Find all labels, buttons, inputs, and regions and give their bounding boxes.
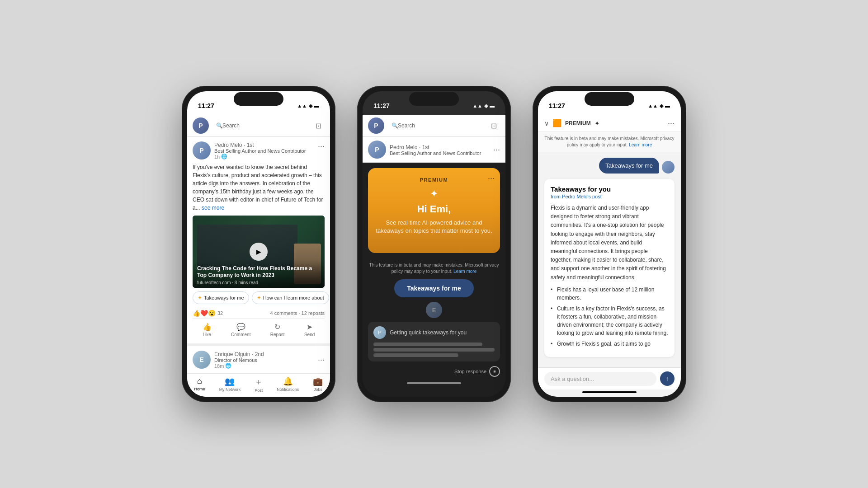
takeaways-button[interactable]: ✦ Takeaways for me xyxy=(193,291,249,304)
globe-icon-2: 🌐 xyxy=(225,363,231,369)
nav-home[interactable]: ⌂ Home xyxy=(194,376,205,393)
like-button[interactable]: 👍 Like xyxy=(203,323,212,337)
user-message-bubble: Takeaways for me xyxy=(544,158,675,174)
post2-more-button[interactable]: ··· xyxy=(318,355,325,365)
premium-label: PREMIUM xyxy=(375,177,493,183)
search-icon: 🔍 xyxy=(216,122,223,129)
p2-search-wrapper[interactable]: 🔍 Search xyxy=(388,122,484,129)
post2-author-name: Enrique Olguin · 2nd xyxy=(214,351,314,357)
premium-more-button[interactable]: ··· xyxy=(488,174,495,183)
messages-icon[interactable]: ⊡ xyxy=(312,119,325,132)
dynamic-island-3 xyxy=(585,92,634,106)
phone-2-screen: 11:27 ▲▲ ◈ ▬ P 🔍 Search ⊡ P xyxy=(363,91,505,397)
signal-icon-2: ▲▲ xyxy=(472,103,482,108)
signal-icon: ▲▲ xyxy=(297,103,307,108)
battery-icon-3: ▬ xyxy=(665,103,670,108)
phone-2: 11:27 ▲▲ ◈ ▬ P 🔍 Search ⊡ P xyxy=(357,86,511,402)
nav-network[interactable]: 👥 My Network xyxy=(219,376,241,393)
post-time: 1h 🌐 xyxy=(214,154,314,160)
notifications-icon: 🔔 xyxy=(283,376,293,386)
comment-label: Comment xyxy=(231,332,250,337)
sparkle-icon-1: ✦ xyxy=(198,295,202,301)
phone-3: 11:27 ▲▲ ◈ ▬ ∨ 🟧 PREMIUM ✦ ··· This fea xyxy=(533,86,686,402)
reaction-count: 32 xyxy=(217,310,223,316)
comment-button[interactable]: 💬 Comment xyxy=(231,323,250,337)
p3-sparkle-icon: ✦ xyxy=(594,120,600,127)
send-label: Send xyxy=(304,332,315,337)
p2-author-title: Best Selling Author and News Contributor xyxy=(390,150,490,156)
p2-search-icon: 🔍 xyxy=(392,122,398,129)
battery-icon: ▬ xyxy=(314,103,319,108)
p2-user-avatar[interactable]: P xyxy=(368,117,384,134)
ask-question-input[interactable]: Ask a question... xyxy=(544,372,656,386)
learn-more-label: How can I learn more about xyxy=(263,295,324,300)
response-avatar: P xyxy=(373,326,386,339)
phones-container: 11:27 ▲▲ ◈ ▬ P 🔍 Search ⊡ P xyxy=(182,86,686,402)
search-wrapper[interactable]: 🔍 Search xyxy=(212,122,308,129)
response-source: from Pedro Melo's post xyxy=(551,194,668,199)
phone-3-screen: 11:27 ▲▲ ◈ ▬ ∨ 🟧 PREMIUM ✦ ··· This fea xyxy=(538,91,681,397)
ai-response-card: Takeaways for you from Pedro Melo's post… xyxy=(544,179,675,357)
post-author-avatar: P xyxy=(193,141,211,160)
post-author-info: Pedro Melo · 1st Best Selling Author and… xyxy=(214,141,314,160)
nav-jobs[interactable]: 💼 Jobs xyxy=(313,376,323,393)
phone-1-screen: 11:27 ▲▲ ◈ ▬ P 🔍 Search ⊡ P xyxy=(187,91,330,397)
response-header: P Getting quick takeaways for you xyxy=(373,326,495,339)
loading-bars xyxy=(373,343,495,357)
wifi-icon-3: ◈ xyxy=(660,103,663,109)
status-icons-1: ▲▲ ◈ ▬ xyxy=(297,103,319,109)
dynamic-island-1 xyxy=(234,92,283,106)
repost-button[interactable]: ↻ Repost xyxy=(270,323,285,337)
reaction-emojis: 👍❤️😮 xyxy=(193,310,216,317)
signal-icon-3: ▲▲ xyxy=(648,103,658,108)
modal-learn-more-link[interactable]: Learn more xyxy=(453,269,476,274)
bottom-nav: ⌂ Home 👥 My Network ＋ Post 🔔 Notificatio… xyxy=(187,373,330,397)
status-time-1: 11:27 xyxy=(198,102,214,109)
p2-post-more[interactable]: ··· xyxy=(493,145,500,155)
p3-disclaimer: This feature is in beta and may make mis… xyxy=(538,132,681,152)
post2-avatar: E xyxy=(193,351,211,369)
play-button[interactable]: ▶ xyxy=(250,243,268,261)
modal-takeaway-btn[interactable]: Takeaways for me xyxy=(394,279,474,297)
jobs-label: Jobs xyxy=(314,387,322,392)
post-more-button[interactable]: ··· xyxy=(318,141,325,151)
premium-greeting: Hi Emi, xyxy=(375,203,493,215)
wifi-icon-2: ◈ xyxy=(484,103,488,109)
p2-author-name: Pedro Melo · 1st xyxy=(390,144,490,150)
post-label: Post xyxy=(255,388,263,393)
loading-bar-1 xyxy=(373,343,482,346)
modal-overlay: PREMIUM ··· ✦ Hi Emi, See real-time AI-p… xyxy=(363,163,505,397)
user-avatar-chat xyxy=(662,161,675,174)
status-icons-2: ▲▲ ◈ ▬ xyxy=(472,103,495,109)
nav-post[interactable]: ＋ Post xyxy=(255,376,263,393)
post-header: P Pedro Melo · 1st Best Selling Author a… xyxy=(193,141,325,160)
bullet-3: Growth is Flexis's goal, as it aims to g… xyxy=(551,340,668,348)
response-title: Takeaways for you xyxy=(551,185,668,193)
p2-navbar: P 🔍 Search ⊡ xyxy=(363,115,505,137)
bullet-2: Culture is a key factor in Flexis's succ… xyxy=(551,305,668,337)
status-time-2: 11:27 xyxy=(373,102,390,109)
phone-1: 11:27 ▲▲ ◈ ▬ P 🔍 Search ⊡ P xyxy=(182,86,335,402)
home-bar-2 xyxy=(407,382,461,384)
response-bullets: Flexis has a loyal user base of 12 milli… xyxy=(551,286,668,348)
back-button[interactable]: ∨ xyxy=(544,120,549,127)
learn-more-button[interactable]: ✦ How can I learn more about xyxy=(252,291,329,304)
premium-badge-label: PREMIUM xyxy=(565,120,591,127)
p1-user-avatar[interactable]: P xyxy=(193,117,209,134)
repost-icon: ↻ xyxy=(274,323,280,331)
loading-bar-2 xyxy=(373,348,495,352)
post-author-name: Pedro Melo · 1st xyxy=(214,141,314,148)
wifi-icon: ◈ xyxy=(309,103,312,109)
stop-response-button[interactable]: ■ xyxy=(489,366,500,377)
see-more-link[interactable]: see more xyxy=(202,205,224,211)
send-button-chat[interactable]: ↑ xyxy=(660,371,675,386)
send-button[interactable]: ➤ Send xyxy=(304,323,315,337)
post2-author-info: Enrique Olguin · 2nd Director of Nemous … xyxy=(214,351,314,369)
nav-notifications[interactable]: 🔔 Notifications xyxy=(277,376,299,393)
battery-icon-2: ▬ xyxy=(490,103,495,108)
p3-more-button[interactable]: ··· xyxy=(668,118,675,128)
p3-learn-more-link[interactable]: Learn more xyxy=(629,142,652,147)
p3-chat-area[interactable]: Takeaways for me Takeaways for you from … xyxy=(538,152,681,367)
post2-header: E Enrique Olguin · 2nd Director of Nemou… xyxy=(193,351,325,369)
p2-messages-icon[interactable]: ⊡ xyxy=(487,119,500,132)
